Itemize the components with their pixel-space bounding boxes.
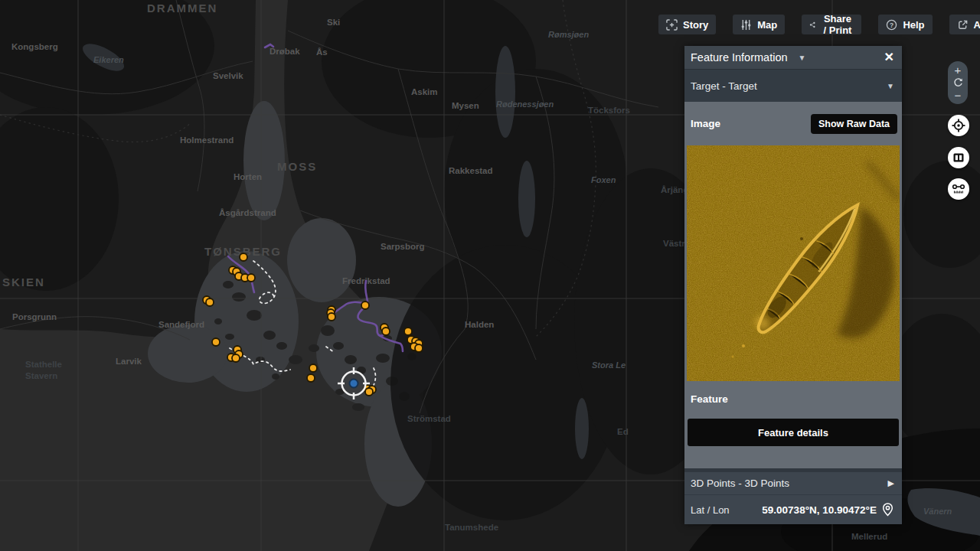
map-label: Foxen: [591, 175, 616, 184]
map-label: Stathelle: [25, 360, 62, 369]
map-label: Stora Le: [592, 360, 626, 370]
locate-button[interactable]: [948, 115, 969, 136]
map-label: Porsgrunn: [12, 312, 57, 321]
map-label: Kongsberg: [11, 42, 58, 51]
target-selector-row[interactable]: Target - Target ▼: [684, 69, 902, 102]
top-toolbar: Story Map Share / Print ? Help: [658, 15, 980, 34]
external-link-icon: [957, 19, 969, 31]
reset-rotation-icon: [953, 77, 963, 87]
target-marker[interactable]: [404, 328, 412, 335]
map-label: Halden: [465, 320, 494, 329]
split-view-icon: [952, 151, 965, 165]
feature-section-label: Feature: [691, 393, 728, 405]
panel-body: Image Show Raw Data: [684, 102, 902, 468]
share-print-button[interactable]: Share / Print: [802, 15, 861, 34]
panel-header: Feature Information ▼ ✕: [684, 46, 902, 69]
share-print-button-label: Share / Print: [822, 13, 854, 36]
reset-view-button[interactable]: [953, 77, 963, 89]
map-label: Drøbak: [270, 47, 300, 56]
map-pin-icon[interactable]: [881, 502, 894, 517]
target-marker[interactable]: [212, 338, 220, 346]
target-selector-label: Target - Target: [691, 80, 757, 92]
target-marker[interactable]: [365, 388, 373, 396]
map-label: Larvik: [116, 357, 142, 366]
about-button[interactable]: About: [949, 15, 980, 34]
target-marker[interactable]: [309, 364, 317, 372]
map-label: Mysen: [452, 101, 479, 110]
feature-details-button[interactable]: Feature details: [688, 419, 899, 446]
map-label: Ski: [327, 18, 340, 27]
chevron-right-icon: ▶: [888, 478, 894, 488]
measure-icon: [951, 181, 966, 197]
target-marker[interactable]: [415, 344, 423, 352]
story-icon: [666, 19, 678, 31]
map-label: SKIEN: [2, 276, 45, 289]
map-label: Horten: [234, 172, 262, 181]
help-button-label: Help: [903, 19, 924, 31]
selected-point-dot: [350, 380, 358, 388]
help-button[interactable]: ? Help: [878, 15, 932, 34]
map-label: Askim: [411, 87, 438, 96]
target-marker[interactable]: [328, 313, 335, 321]
latlon-row: Lat / Lon 59.00738°N, 10.90472°E: [684, 495, 902, 524]
target-marker[interactable]: [307, 374, 315, 382]
panel-title: Feature Information: [691, 51, 788, 64]
latlon-label: Lat / Lon: [691, 504, 730, 516]
feature-section-header: Feature: [691, 392, 896, 406]
map-label: Rømsjøen: [548, 30, 589, 39]
zoom-out-button[interactable]: −: [955, 90, 962, 101]
about-button-label: About: [974, 19, 980, 31]
map-button[interactable]: Map: [733, 15, 785, 34]
feature-information-panel: Feature Information ▼ ✕ Target - Target …: [684, 46, 902, 524]
map-button-label: Map: [757, 19, 777, 31]
locate-crosshair-icon: [951, 118, 966, 133]
map-label: Mellerud: [851, 532, 887, 541]
svg-text:?: ?: [890, 21, 893, 28]
map-label: Sarpsborg: [381, 242, 425, 251]
measure-button[interactable]: [948, 178, 969, 200]
close-panel-button[interactable]: ✕: [884, 51, 894, 64]
map-label: Holmestrand: [180, 135, 234, 145]
image-section-label: Image: [691, 118, 720, 129]
image-section-header: Image Show Raw Data: [684, 102, 902, 145]
map-label: Stavern: [25, 371, 57, 380]
map-label: MOSS: [277, 160, 317, 173]
show-raw-data-button[interactable]: Show Raw Data: [811, 114, 897, 134]
map-label: Vänern: [923, 507, 952, 516]
target-marker[interactable]: [206, 298, 214, 306]
map-label: Sandefjord: [158, 320, 204, 329]
map-label: Åsgårdstrand: [219, 208, 276, 217]
target-marker[interactable]: [382, 328, 390, 335]
target-marker[interactable]: [240, 253, 247, 261]
3d-points-row[interactable]: 3D Points - 3D Points ▶: [684, 472, 902, 495]
story-button-label: Story: [683, 19, 708, 31]
map-label: Eikeren: [93, 55, 124, 64]
sonar-image[interactable]: [687, 145, 900, 381]
share-icon: [809, 19, 815, 31]
map-label: Svelvik: [213, 71, 243, 80]
map-label: Strömstad: [407, 414, 451, 423]
map-label: Ed: [617, 427, 629, 436]
latlon-value: 59.00738°N, 10.90472°E: [762, 504, 877, 516]
map-label: Rødenessjøen: [496, 99, 554, 109]
layers-sliders-icon: [740, 19, 752, 31]
target-marker[interactable]: [361, 302, 369, 309]
zoom-control: + −: [948, 61, 968, 104]
app-root: DRAMMENMOSSTØNSBERGSKIENKongsbergSvelvik…: [0, 0, 980, 551]
map-label: Rakkestad: [449, 166, 493, 175]
map-label: DRAMMEN: [147, 2, 217, 15]
chevron-down-icon[interactable]: ▼: [799, 54, 806, 62]
target-marker[interactable]: [247, 274, 255, 282]
map-label: Ås: [316, 47, 328, 57]
3d-points-label: 3D Points - 3D Points: [691, 478, 789, 489]
zoom-in-button[interactable]: +: [955, 64, 962, 76]
help-icon: ?: [886, 19, 897, 31]
target-marker[interactable]: [232, 354, 240, 362]
split-view-button[interactable]: [948, 147, 969, 168]
chevron-down-icon: ▼: [887, 82, 894, 90]
map-label: Töcksfors: [588, 106, 630, 115]
story-button[interactable]: Story: [658, 15, 716, 34]
map-label: Tanumshede: [445, 523, 498, 532]
